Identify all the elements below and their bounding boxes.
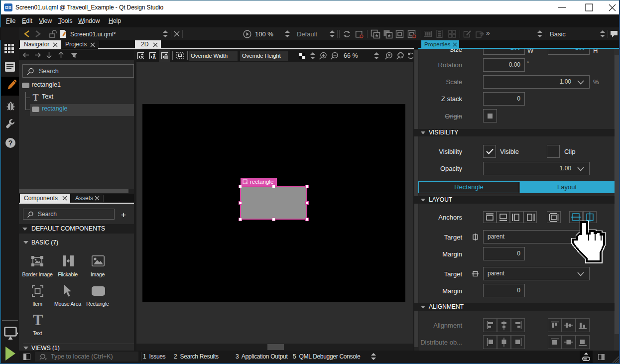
svg-text:?: ? <box>8 139 13 147</box>
svg-text:A: A <box>152 55 156 60</box>
